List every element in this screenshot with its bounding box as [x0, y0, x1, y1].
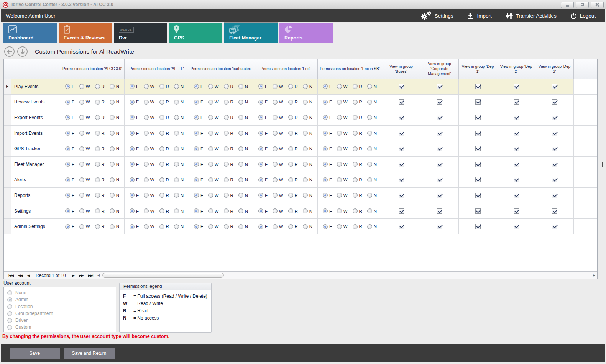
permission-radio-r[interactable]: R	[224, 115, 233, 120]
permission-radio-n[interactable]: N	[238, 224, 248, 229]
permission-radio-n[interactable]: N	[174, 208, 184, 213]
group-checkbox[interactable]	[437, 84, 442, 89]
settings-button[interactable]: Settings	[420, 11, 453, 20]
group-checkbox[interactable]	[399, 208, 404, 214]
tab-dvr[interactable]: MERGEDvr	[114, 23, 167, 43]
permission-radio-r[interactable]: R	[353, 115, 362, 120]
next-page-button[interactable]: ▶▶	[77, 274, 86, 277]
permission-radio-f[interactable]: F	[65, 193, 74, 198]
close-button[interactable]	[591, 2, 604, 8]
permission-radio-n[interactable]: N	[303, 146, 312, 151]
save-and-return-button[interactable]: Save and Return	[64, 348, 115, 359]
permission-radio-f[interactable]: F	[194, 208, 203, 213]
permission-radio-r[interactable]: R	[224, 224, 233, 229]
tab-dashboard[interactable]: Dashboard	[3, 23, 57, 43]
tab-gps[interactable]: GPS	[169, 23, 222, 43]
permission-radio-w[interactable]: W	[273, 115, 283, 120]
permission-radio-r[interactable]: R	[288, 115, 298, 120]
permission-radio-w[interactable]: W	[273, 193, 283, 198]
minimize-button[interactable]	[561, 2, 574, 8]
permission-radio-r[interactable]: R	[353, 193, 362, 198]
group-checkbox[interactable]	[552, 131, 557, 136]
permission-radio-w[interactable]: W	[337, 208, 348, 213]
permission-radio-r[interactable]: R	[353, 208, 362, 213]
user-account-option-location[interactable]: Location	[4, 303, 116, 310]
permission-radio-w[interactable]: W	[144, 193, 154, 198]
permission-radio-f[interactable]: F	[194, 115, 203, 120]
permission-radio-f[interactable]: F	[323, 177, 332, 182]
permission-radio-r[interactable]: R	[95, 131, 105, 136]
permission-radio-w[interactable]: W	[79, 177, 90, 182]
group-checkbox[interactable]	[475, 131, 481, 136]
permission-radio-n[interactable]: N	[303, 162, 312, 167]
permission-radio-n[interactable]: N	[303, 208, 312, 213]
permission-radio-r[interactable]: R	[224, 84, 233, 89]
next-record-button[interactable]: ▶	[70, 274, 77, 277]
permission-radio-n[interactable]: N	[303, 224, 312, 229]
permission-radio-n[interactable]: N	[174, 146, 184, 151]
permission-radio-w[interactable]: W	[144, 208, 154, 213]
group-checkbox[interactable]	[552, 177, 557, 182]
permission-radio-f[interactable]: F	[130, 162, 139, 167]
vertical-scrollbar-thumb[interactable]	[602, 162, 603, 167]
permission-radio-f[interactable]: F	[323, 146, 332, 151]
header-group-4[interactable]: View in group 'Dep 3'	[535, 59, 574, 79]
permission-radio-f[interactable]: F	[323, 162, 332, 167]
permission-radio-f[interactable]: F	[65, 100, 74, 105]
permission-radio-n[interactable]: N	[238, 131, 248, 136]
group-checkbox[interactable]	[475, 193, 481, 198]
permission-radio-f[interactable]: F	[323, 208, 332, 213]
permission-radio-f[interactable]: F	[323, 131, 332, 136]
transfer-activities-button[interactable]: Transfer Activities	[506, 12, 557, 19]
horizontal-scrollbar-thumb[interactable]	[102, 273, 224, 278]
permission-radio-r[interactable]: R	[224, 131, 233, 136]
group-checkbox[interactable]	[475, 146, 481, 151]
permission-radio-r[interactable]: R	[353, 131, 362, 136]
scroll-right-button[interactable]: ▶	[591, 274, 597, 277]
permission-radio-f[interactable]: F	[258, 146, 268, 151]
permission-radio-w[interactable]: W	[208, 131, 219, 136]
group-checkbox[interactable]	[514, 84, 519, 89]
permission-radio-f[interactable]: F	[323, 100, 332, 105]
permission-radio-w[interactable]: W	[144, 146, 154, 151]
permission-radio-r[interactable]: R	[224, 208, 233, 213]
group-checkbox[interactable]	[552, 208, 557, 214]
permission-radio-f[interactable]: F	[65, 146, 74, 151]
group-checkbox[interactable]	[437, 162, 442, 167]
permission-radio-n[interactable]: N	[174, 177, 184, 182]
permission-radio-n[interactable]: N	[303, 84, 312, 89]
header-group-2[interactable]: View in group 'Dep 1'	[459, 59, 497, 79]
permission-radio-r[interactable]: R	[95, 224, 105, 229]
permission-radio-r[interactable]: R	[95, 84, 105, 89]
permission-radio-f[interactable]: F	[258, 131, 268, 136]
permission-radio-f[interactable]: F	[130, 84, 139, 89]
permission-radio-r[interactable]: R	[224, 146, 233, 151]
permission-radio-n[interactable]: N	[367, 84, 377, 89]
maximize-button[interactable]	[576, 2, 589, 8]
permission-radio-w[interactable]: W	[208, 208, 219, 213]
permission-radio-w[interactable]: W	[273, 84, 283, 89]
permission-radio-f[interactable]: F	[130, 177, 139, 182]
permission-radio-w[interactable]: W	[337, 162, 348, 167]
user-account-option-admin[interactable]: Admin	[4, 296, 116, 303]
logout-button[interactable]: Logout	[570, 13, 596, 19]
group-checkbox[interactable]	[399, 115, 404, 120]
permission-radio-n[interactable]: N	[367, 193, 377, 198]
group-checkbox[interactable]	[552, 84, 557, 89]
permission-radio-r[interactable]: R	[224, 177, 233, 182]
permission-radio-r[interactable]: R	[159, 100, 169, 105]
permission-radio-r[interactable]: R	[288, 146, 298, 151]
permission-radio-f[interactable]: F	[194, 84, 203, 89]
group-checkbox[interactable]	[475, 208, 481, 214]
group-checkbox[interactable]	[399, 99, 404, 105]
permission-radio-f[interactable]: F	[65, 177, 74, 182]
group-checkbox[interactable]	[475, 115, 481, 120]
permission-radio-w[interactable]: W	[79, 146, 90, 151]
permission-radio-n[interactable]: N	[110, 146, 119, 151]
permission-radio-r[interactable]: R	[353, 162, 362, 167]
permission-radio-r[interactable]: R	[288, 162, 298, 167]
permission-radio-r[interactable]: R	[288, 100, 298, 105]
permission-radio-r[interactable]: R	[224, 162, 233, 167]
user-account-option-custom[interactable]: Custom	[4, 324, 116, 331]
permission-radio-f[interactable]: F	[130, 115, 139, 120]
